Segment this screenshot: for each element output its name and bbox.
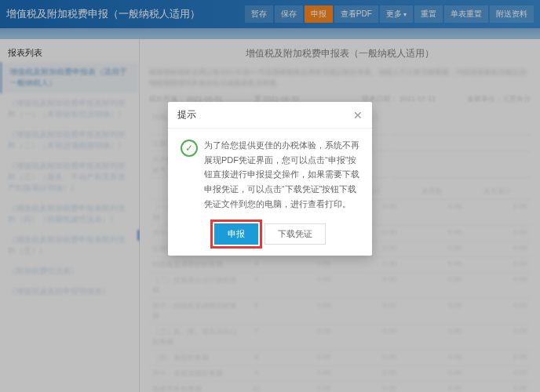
check-circle-icon: ✓ bbox=[181, 140, 198, 157]
dialog-body: ✓ 为了给您提供更佳的办税体验，系统不再展现PDF凭证界面，您可以点击“申报”按… bbox=[168, 129, 372, 217]
dialog-declare-button[interactable]: 申报 bbox=[214, 223, 258, 245]
prompt-dialog: 提示 ✕ ✓ 为了给您提供更佳的办税体验，系统不再展现PDF凭证界面，您可以点击… bbox=[168, 102, 372, 256]
dialog-title: 提示 bbox=[177, 108, 353, 122]
dialog-footer: 申报 下载凭证 bbox=[168, 217, 372, 256]
dialog-message: 为了给您提供更佳的办税体验，系统不再展现PDF凭证界面，您可以点击“申报”按钮直… bbox=[204, 138, 359, 211]
modal-overlay: 提示 ✕ ✓ 为了给您提供更佳的办税体验，系统不再展现PDF凭证界面，您可以点击… bbox=[0, 0, 540, 392]
dialog-header: 提示 ✕ bbox=[168, 102, 372, 129]
close-icon[interactable]: ✕ bbox=[353, 109, 363, 122]
dialog-download-button[interactable]: 下载凭证 bbox=[265, 223, 326, 245]
